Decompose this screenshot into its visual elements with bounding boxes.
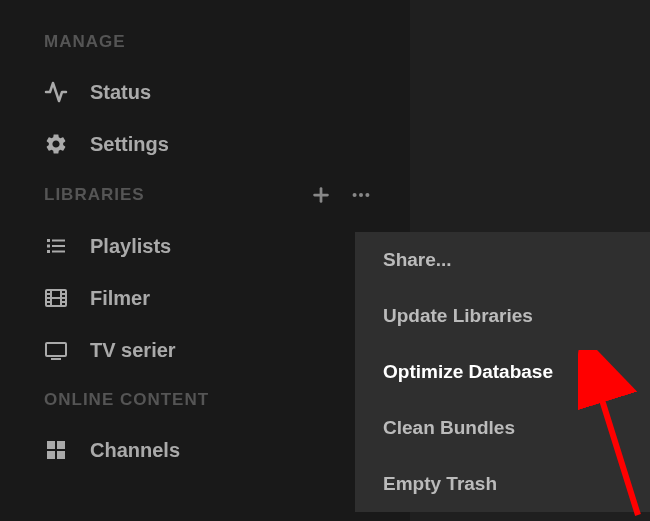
activity-icon — [44, 80, 68, 104]
svg-rect-9 — [47, 250, 50, 253]
section-libraries-header: LIBRARIES — [0, 170, 410, 220]
svg-rect-19 — [46, 343, 66, 356]
sidebar-item-label: Channels — [90, 439, 180, 462]
menu-item-label: Optimize Database — [383, 361, 553, 382]
section-manage-header: MANAGE — [0, 18, 410, 66]
svg-rect-24 — [57, 451, 65, 459]
sidebar-item-label: Playlists — [90, 235, 171, 258]
more-icon[interactable] — [350, 184, 372, 206]
section-online-header: ONLINE CONTENT — [0, 376, 410, 424]
svg-rect-6 — [52, 240, 65, 242]
svg-rect-5 — [47, 239, 50, 242]
sidebar-item-label: Filmer — [90, 287, 150, 310]
sidebar-item-filmer[interactable]: Filmer — [0, 272, 410, 324]
plus-icon[interactable] — [310, 184, 332, 206]
gear-icon — [44, 132, 68, 156]
menu-item-label: Update Libraries — [383, 305, 533, 326]
sidebar-item-status[interactable]: Status — [0, 66, 410, 118]
svg-point-2 — [353, 193, 357, 197]
section-libraries-label: LIBRARIES — [44, 185, 145, 205]
menu-item-clean-bundles[interactable]: Clean Bundles — [355, 400, 650, 456]
svg-point-4 — [365, 193, 369, 197]
svg-rect-21 — [47, 441, 55, 449]
section-online-label: ONLINE CONTENT — [44, 390, 209, 410]
sidebar-item-channels[interactable]: Channels — [0, 424, 410, 476]
svg-point-3 — [359, 193, 363, 197]
menu-item-optimize-database[interactable]: Optimize Database — [355, 344, 650, 400]
menu-item-label: Share... — [383, 249, 452, 270]
menu-item-label: Empty Trash — [383, 473, 497, 494]
sidebar-item-settings[interactable]: Settings — [0, 118, 410, 170]
list-icon — [44, 234, 68, 258]
sidebar-item-label: Settings — [90, 133, 169, 156]
film-icon — [44, 286, 68, 310]
sidebar: MANAGE Status Settings LIBRARIES Playlis… — [0, 0, 410, 521]
svg-rect-23 — [47, 451, 55, 459]
sidebar-item-label: TV serier — [90, 339, 176, 362]
svg-rect-7 — [47, 245, 50, 248]
svg-rect-8 — [52, 245, 65, 247]
section-manage-label: MANAGE — [44, 32, 126, 52]
sidebar-item-tvserier[interactable]: TV serier — [0, 324, 410, 376]
sidebar-item-playlists[interactable]: Playlists — [0, 220, 410, 272]
libraries-context-menu: Share... Update Libraries Optimize Datab… — [355, 232, 650, 512]
svg-rect-22 — [57, 441, 65, 449]
sidebar-item-label: Status — [90, 81, 151, 104]
menu-item-share[interactable]: Share... — [355, 232, 650, 288]
grid-icon — [44, 438, 68, 462]
svg-rect-10 — [52, 251, 65, 253]
menu-item-label: Clean Bundles — [383, 417, 515, 438]
menu-item-empty-trash[interactable]: Empty Trash — [355, 456, 650, 512]
menu-item-update-libraries[interactable]: Update Libraries — [355, 288, 650, 344]
tv-icon — [44, 338, 68, 362]
